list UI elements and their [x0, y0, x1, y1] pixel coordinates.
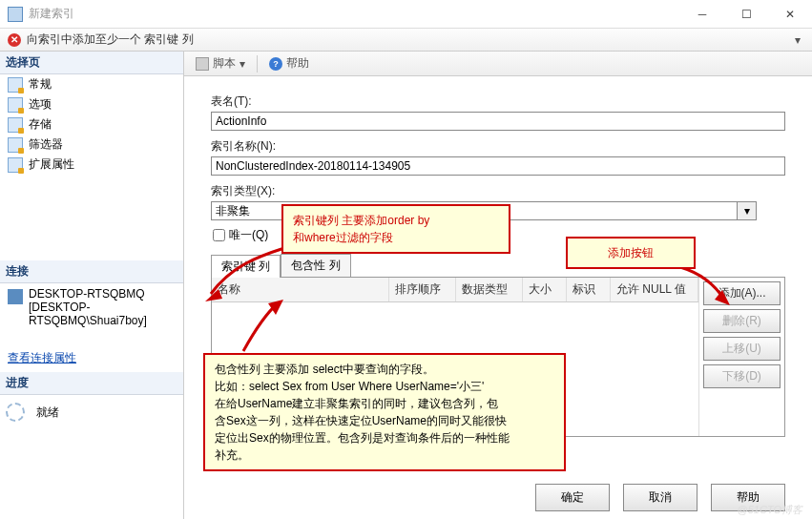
annotation-text: 包含性列 主要添加 select中要查询的字段。 — [215, 361, 554, 378]
col-name[interactable]: 名称 — [212, 278, 389, 301]
unique-checkbox[interactable] — [213, 229, 225, 241]
separator — [257, 55, 258, 73]
toolbar: 脚本▾ ?帮助 — [184, 52, 812, 76]
error-dropdown-icon[interactable]: ▾ — [791, 33, 804, 47]
move-up-button: 上移(U) — [703, 337, 781, 361]
index-type-label: 索引类型(X): — [211, 183, 785, 199]
view-connection-properties-link[interactable]: 查看连接属性 — [0, 348, 183, 368]
index-type-dropdown-button[interactable]: ▾ — [738, 201, 757, 220]
index-name-label: 索引名称(N): — [211, 138, 785, 155]
add-button[interactable]: 添加(A)... — [703, 281, 781, 305]
annotation-index-key: 索引键列 主要添加order by 和where过滤的字段 — [281, 204, 510, 254]
progress-text: 就绪 — [36, 405, 59, 421]
sidebar-item-options[interactable]: 选项 — [0, 94, 183, 114]
sidebar-item-extended[interactable]: 扩展属性 — [0, 155, 183, 175]
index-name-input[interactable] — [211, 156, 785, 176]
move-down-button: 下移(D) — [703, 364, 781, 388]
unique-label: 唯一(Q) — [229, 227, 268, 243]
progress-icon — [6, 403, 25, 422]
app-icon — [8, 7, 23, 22]
help-button[interactable]: ?帮助 — [263, 53, 315, 73]
cancel-button[interactable]: 取消 — [623, 484, 697, 511]
col-ident[interactable]: 标识 — [567, 278, 611, 301]
chevron-down-icon: ▾ — [744, 204, 750, 218]
col-sort[interactable]: 排序顺序 — [389, 278, 456, 301]
annotation-included-columns: 包含性列 主要添加 select中要查询的字段。 比如：select Sex f… — [203, 353, 566, 471]
annotation-text: 和where过滤的字段 — [293, 229, 499, 246]
page-icon — [8, 97, 23, 113]
col-size[interactable]: 大小 — [523, 278, 567, 301]
sidebar-label: 存储 — [29, 116, 52, 133]
server-icon — [8, 289, 23, 304]
maximize-button[interactable]: ☐ — [724, 0, 768, 29]
sidebar-item-general[interactable]: 常规 — [0, 74, 183, 94]
script-label: 脚本 — [213, 55, 236, 72]
annotation-text: 比如：select Sex from User Where UserName='… — [215, 378, 554, 395]
col-nullable[interactable]: 允许 NULL 值 — [611, 278, 698, 301]
annotation-text: 补充。 — [215, 446, 554, 464]
connection-machine: DESKTOP-RTSQBMQ — [29, 287, 177, 301]
help-label: 帮助 — [286, 55, 309, 72]
sidebar-label: 扩展属性 — [29, 156, 74, 173]
grid-button-column: 添加(A)... 删除(R) 上移(U) 下移(D) — [698, 278, 784, 436]
remove-button: 删除(R) — [703, 309, 781, 333]
close-button[interactable]: ✕ — [768, 0, 812, 29]
page-icon — [8, 117, 23, 133]
chevron-down-icon: ▾ — [239, 57, 245, 71]
help-icon: ? — [269, 57, 282, 71]
ok-button[interactable]: 确定 — [535, 484, 610, 511]
script-button[interactable]: 脚本▾ — [190, 53, 251, 73]
window-title: 新建索引 — [29, 6, 680, 22]
error-bar: ✕ 向索引中添加至少一个 索引键 列 ▾ — [0, 29, 812, 52]
progress-status: 就绪 — [0, 395, 183, 429]
sidebar-item-storage[interactable]: 存储 — [0, 114, 183, 135]
sidebar-item-filter[interactable]: 筛选器 — [0, 135, 183, 155]
annotation-text: 添加按钮 — [577, 244, 684, 261]
error-icon: ✕ — [8, 33, 21, 47]
page-icon — [8, 77, 23, 93]
tabs: 索引键 列 包含性 列 — [211, 254, 785, 278]
minimize-button[interactable]: ─ — [680, 0, 724, 29]
annotation-text: 定位出Sex的物理位置。包含列是对查询条件后的一种性能 — [215, 429, 554, 446]
tab-index-key-columns[interactable]: 索引键 列 — [211, 255, 281, 278]
sidebar-label: 筛选器 — [29, 136, 63, 153]
annotation-text: 在给UserName建立非聚集索引的同时，建议包含列，包 — [215, 395, 554, 412]
connection-header: 连接 — [0, 260, 183, 283]
annotation-text: 含Sex这一列，这样在快速定位UserName的同时又能很快 — [215, 412, 554, 429]
sidebar-label: 常规 — [29, 76, 52, 93]
col-dtype[interactable]: 数据类型 — [456, 278, 523, 301]
watermark: @51CTO博客 — [738, 503, 802, 517]
progress-header: 进度 — [0, 372, 183, 395]
script-icon — [196, 57, 209, 71]
sidebar: 选择页 常规 选项 存储 筛选器 扩展属性 连接 DESKTOP-RTSQBMQ… — [0, 52, 184, 519]
error-text: 向索引中添加至少一个 索引键 列 — [27, 31, 194, 48]
page-icon — [8, 157, 23, 173]
connection-info: DESKTOP-RTSQBMQ [DESKTOP-RTSQBMQ\Shuai7b… — [0, 283, 183, 331]
annotation-add-button: 添加按钮 — [566, 237, 696, 269]
sidebar-label: 选项 — [29, 96, 52, 113]
table-name-label: 表名(T): — [211, 93, 785, 110]
content-area: 脚本▾ ?帮助 表名(T): 索引名称(N): 索引类型(X): ▾ — [184, 52, 812, 519]
select-page-header: 选择页 — [0, 52, 183, 74]
table-name-input — [211, 112, 785, 131]
titlebar: 新建索引 ─ ☐ ✕ — [0, 0, 812, 29]
tab-included-columns[interactable]: 包含性 列 — [281, 254, 350, 277]
page-icon — [8, 137, 23, 153]
annotation-text: 索引键列 主要添加order by — [293, 212, 499, 229]
connection-auth: [DESKTOP-RTSQBMQ\Shuai7boy] — [29, 301, 177, 327]
